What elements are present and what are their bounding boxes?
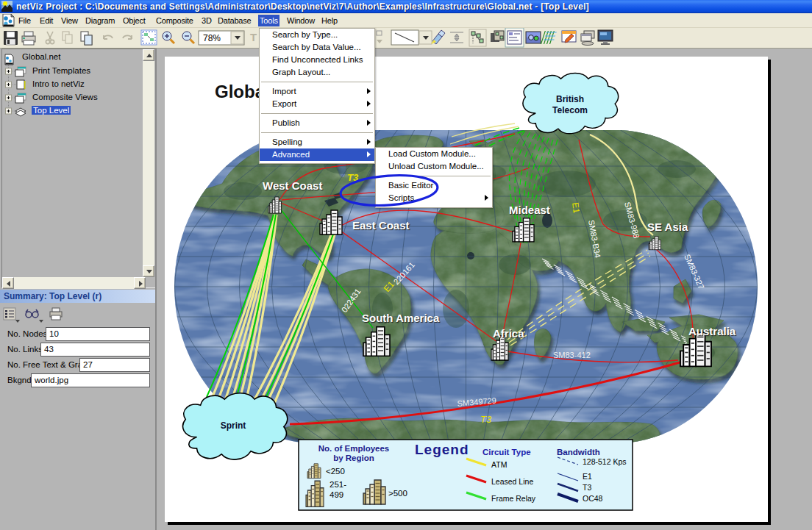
svg-text:T: T [250, 31, 257, 43]
svg-text:Mideast: Mideast [509, 204, 550, 216]
svg-text:Leased Line: Leased Line [491, 477, 533, 486]
svg-text:Bandwidth: Bandwidth [557, 448, 600, 456]
svg-text:251-: 251- [330, 480, 346, 489]
svg-text:Sprint: Sprint [221, 420, 246, 431]
svg-text:T3: T3 [347, 172, 359, 183]
svg-text:OC48: OC48 [583, 494, 603, 503]
svg-text:West Coast: West Coast [263, 179, 322, 192]
svg-text:>500: >500 [388, 489, 407, 498]
svg-text:Africa: Africa [493, 327, 524, 340]
svg-text:No. of Employees: No. of Employees [318, 444, 390, 453]
svg-text:Telecom: Telecom [552, 105, 588, 115]
svg-text:E1: E1 [570, 201, 582, 214]
svg-text:499: 499 [330, 490, 343, 499]
svg-text:78%: 78% [203, 33, 221, 43]
svg-text:South America: South America [362, 312, 440, 324]
svg-text:SM83-412: SM83-412 [553, 351, 591, 359]
svg-text:E1: E1 [583, 472, 592, 481]
svg-text:by Region: by Region [333, 454, 374, 462]
svg-text:<250: <250 [326, 467, 345, 476]
svg-text:Legend: Legend [415, 442, 469, 457]
svg-text:128-512 Kps: 128-512 Kps [583, 457, 627, 466]
svg-text:SE Asia: SE Asia [647, 221, 688, 233]
svg-text:Circuit Type: Circuit Type [482, 448, 531, 456]
svg-text:East Coast: East Coast [352, 219, 410, 232]
svg-text:T3: T3 [583, 483, 591, 492]
svg-text:Frame Relay: Frame Relay [491, 494, 536, 503]
svg-text:British: British [556, 94, 584, 104]
svg-text:ATM: ATM [491, 460, 507, 469]
svg-text:Australia: Australia [688, 325, 736, 337]
svg-text:T3: T3 [480, 414, 492, 425]
